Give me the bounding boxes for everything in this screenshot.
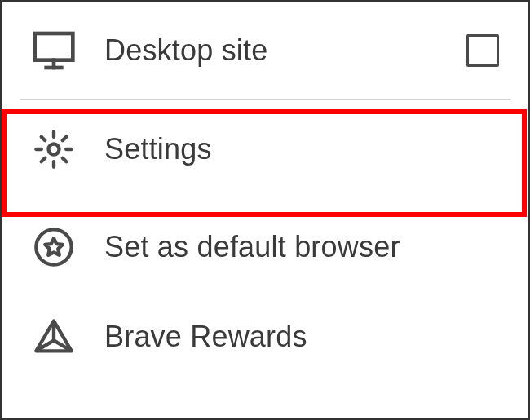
menu-item-label: Brave Rewards	[104, 320, 307, 354]
triangle-icon	[31, 314, 77, 360]
star-icon	[31, 224, 77, 270]
menu-item-desktop-site[interactable]: Desktop site	[2, 2, 528, 99]
svg-point-4	[36, 229, 71, 264]
svg-point-3	[49, 144, 60, 155]
monitor-icon	[31, 28, 77, 73]
menu-item-brave-rewards[interactable]: Brave Rewards	[2, 296, 528, 378]
menu-item-settings[interactable]: Settings	[2, 100, 528, 198]
menu-item-default-browser[interactable]: Set as default browser	[2, 198, 528, 296]
menu-item-label: Settings	[104, 132, 212, 166]
desktop-site-checkbox[interactable]	[466, 34, 499, 67]
browser-menu: Desktop site Settings Set as default bro…	[2, 2, 528, 378]
gear-icon	[31, 126, 77, 172]
menu-item-label: Set as default browser	[104, 230, 400, 264]
menu-item-label: Desktop site	[104, 33, 268, 68]
svg-rect-0	[35, 33, 73, 60]
